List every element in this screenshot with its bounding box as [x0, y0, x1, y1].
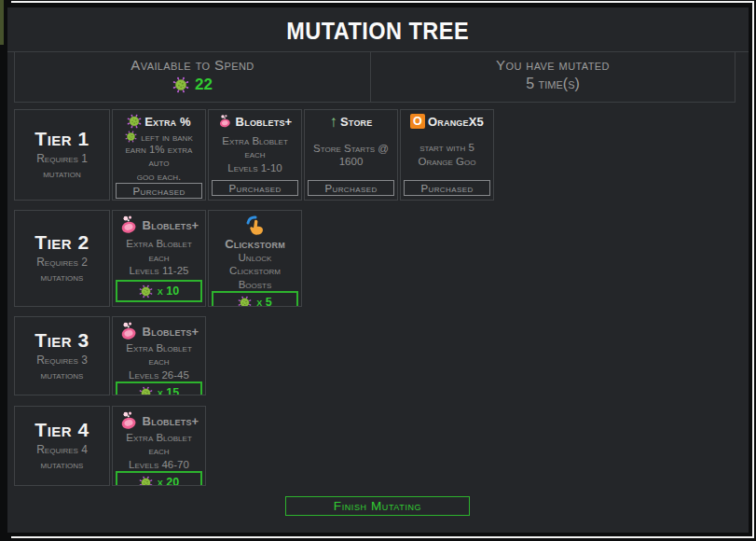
card-bloblets: Bloblets+Extra Bloblet each Levels 26-45… [112, 316, 206, 395]
card-title: Bloblets+ [143, 325, 199, 339]
buy-bloblets-button[interactable]: x 15 [116, 381, 202, 395]
virus-icon [127, 114, 142, 129]
virus-icon [139, 386, 153, 395]
purchased-store-button[interactable]: Purchased [308, 180, 394, 196]
card-description: Extra Bloblet each Levels 46-70 [116, 431, 202, 471]
mutated-value: 5 time(s) [526, 76, 580, 92]
card-title: Bloblets+ [143, 218, 199, 232]
dialog-title: MUTATION TREE [7, 7, 749, 52]
buy-bloblets-button[interactable]: x 20 [116, 471, 202, 486]
cost-value: x 5 [256, 296, 271, 307]
tier-1-label: Tier 1 Requires 1 mutation [14, 109, 110, 201]
card-extra: Extra % left in bankearn 1% extra auto g… [112, 109, 206, 201]
card-description: Store Starts @ 1600 [308, 142, 394, 169]
virus-icon [139, 476, 153, 486]
virus-icon [139, 284, 153, 298]
buy-bloblets-button[interactable]: x 10 [116, 280, 202, 302]
card-description: Extra Bloblet each Levels 11-25 [116, 237, 202, 277]
mutation-tree-dialog: MUTATION TREE Available to Spend 22 You … [7, 7, 749, 533]
available-label: Available to Spend [15, 57, 370, 73]
cost-value: x 10 [158, 284, 179, 298]
card-title: Extra % [144, 115, 191, 129]
available-value-row: 22 [15, 76, 370, 94]
card-title: Store [340, 115, 373, 129]
buy-clickstorm-button[interactable]: x 5 [212, 291, 298, 307]
mutation-virus-icon [172, 76, 189, 93]
tier-name: Tier 4 [34, 419, 89, 441]
tier-3-label: Tier 3 Requires 3 mutations [14, 316, 110, 395]
purchased-extra-button[interactable]: Purchased [116, 183, 202, 199]
mutated-value-row: 5 time(s) [371, 76, 735, 92]
card-clickstorm: ClickstormUnlock Clickstorm Boosts x 5 [208, 210, 302, 307]
bloblet-icon [119, 321, 140, 341]
cost-value: x 15 [158, 386, 179, 395]
orange-o-icon: O [410, 114, 425, 129]
card-description: Extra Bloblet each Levels 1-10 [212, 134, 298, 174]
mutated-label: You have mutated [371, 57, 735, 73]
tier-4-label: Tier 4 Requires 4 mutations [14, 406, 110, 486]
tier-2-label: Tier 2 Requires 2 mutations [14, 210, 110, 307]
available-value: 22 [195, 76, 213, 94]
card-bloblets: Bloblets+Extra Bloblet each Levels 46-70… [112, 406, 206, 486]
tier-requirement: Requires 1 mutation [36, 152, 88, 181]
card-bloblets: Bloblets+Extra Bloblet each Levels 11-25… [112, 210, 206, 307]
card-description: Unlock Clickstorm Boosts [212, 251, 298, 291]
tier-name: Tier 2 [34, 231, 89, 254]
tier-requirement: Requires 4 mutations [36, 443, 88, 472]
dialog-title-text: MUTATION TREE [287, 7, 470, 54]
card-title: Clickstorm [225, 237, 285, 251]
background-game-edge [0, 0, 4, 45]
tier-1-row: Tier 1 Requires 1 mutation Extra % left … [14, 109, 494, 201]
tier-requirement: Requires 3 mutations [36, 354, 88, 382]
card-description: Extra Bloblet each Levels 26-45 [116, 341, 202, 381]
available-to-spend-panel: Available to Spend 22 [14, 51, 371, 103]
card-orangex5: O OrangeX5start with 5 Orange GooPurchas… [400, 109, 494, 201]
bloblet-icon [119, 410, 140, 431]
card-bloblets: Bloblets+Extra Bloblet each Levels 1-10P… [208, 109, 302, 201]
tier-requirement: Requires 2 mutations [36, 256, 88, 284]
card-title: Bloblets+ [236, 115, 293, 129]
cost-value: x 20 [158, 476, 179, 486]
up-arrow-icon: ↑ [329, 114, 337, 130]
bloblet-icon [119, 215, 140, 235]
tier-4-row: Tier 4 Requires 4 mutations Bloblets+Ext… [14, 406, 206, 486]
card-title: Bloblets+ [143, 414, 199, 428]
virus-icon [238, 296, 252, 307]
card-description: start with 5 Orange Goo [419, 141, 476, 168]
card-description: earn 1% extra auto goo each. [116, 143, 202, 183]
purchased-bloblets-button[interactable]: Purchased [212, 180, 298, 196]
purchased-orangex5-button[interactable]: Purchased [404, 180, 490, 196]
virus-icon [125, 131, 137, 143]
card-subtext: left in bank [141, 132, 192, 143]
finish-mutating-button[interactable]: Finish Mutating [285, 496, 470, 516]
bloblet-icon [218, 114, 233, 129]
card-title: OrangeX5 [428, 115, 484, 129]
tier-name: Tier 3 [34, 329, 89, 352]
header-row: Available to Spend 22 You have mutated 5… [14, 51, 735, 103]
mutated-panel: You have mutated 5 time(s) [371, 51, 735, 103]
card-store: ↑ StoreStore Starts @ 1600Purchased [304, 109, 398, 201]
tier-3-row: Tier 3 Requires 3 mutations Bloblets+Ext… [14, 316, 206, 395]
tier-2-row: Tier 2 Requires 2 mutations Bloblets+Ext… [14, 210, 302, 307]
tap-hand-icon [244, 215, 267, 237]
tier-name: Tier 1 [34, 128, 89, 150]
